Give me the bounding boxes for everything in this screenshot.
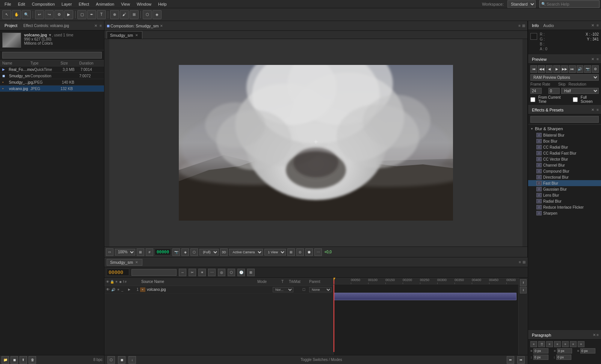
tool-redo[interactable]: ↪ — [45, 10, 54, 19]
tool-paint[interactable]: 🖌 — [120, 10, 129, 19]
comp-subtab-close[interactable]: ✕ — [134, 33, 139, 37]
tl-bottom-btn-3[interactable]: ↓ — [128, 356, 136, 364]
fx-item-channel[interactable]: f Channel Blur — [528, 162, 601, 168]
tl-btn-flow[interactable]: ↔ — [179, 269, 186, 276]
camera-select[interactable]: Active Camera — [229, 249, 263, 256]
panel-menu-btn[interactable]: ≡ — [100, 24, 102, 28]
view-count-select[interactable]: 1 View — [264, 249, 286, 256]
transport-play[interactable]: ▶ — [553, 65, 560, 73]
fx-item-cc-radial-fast[interactable]: f CC Radial Fast Blur — [528, 150, 601, 156]
tl-btn-solo[interactable]: ☀ — [198, 269, 206, 276]
tool-rect[interactable]: ▢ — [77, 10, 86, 19]
col-type-header[interactable]: Type — [30, 61, 60, 65]
fx-item-compound[interactable]: f Compound Blur — [528, 168, 601, 174]
menu-edit[interactable]: Edit — [15, 1, 28, 7]
tl-search-input[interactable] — [131, 269, 177, 276]
col-size-header[interactable]: Size — [60, 61, 79, 65]
color-depth-label[interactable]: 8 bpc — [94, 358, 103, 362]
tl-btn-paint[interactable]: ◎ — [218, 269, 225, 276]
para-indent-input-2[interactable] — [557, 348, 572, 353]
tl-timecode-display[interactable]: 00000 — [107, 269, 129, 276]
col-duration-header[interactable]: Duration — [79, 61, 102, 65]
layout-btn[interactable]: ⊞ — [287, 248, 295, 256]
track-name-1[interactable]: volcano.jpg — [147, 287, 271, 292]
fx-item-sharpen[interactable]: f Sharpen — [528, 210, 601, 216]
project-search-input[interactable] — [2, 52, 102, 59]
menu-layer[interactable]: Layer — [59, 1, 75, 7]
tool-anchor[interactable]: ⊕ — [110, 10, 119, 19]
tab-project[interactable]: Project — [2, 23, 20, 29]
transport-snapshot[interactable]: 📷 — [584, 65, 591, 73]
tl-btn-motion[interactable]: ⋯ — [208, 269, 216, 276]
para-align-center[interactable]: ☰ — [538, 341, 545, 347]
render-btn[interactable]: ⬟ — [305, 248, 313, 256]
preview-panel-menu[interactable]: ≡ — [596, 57, 599, 61]
toggle-switches-label[interactable]: Toggle Switches / Modes — [300, 358, 342, 362]
timeline-tab-close[interactable]: ✕ — [134, 260, 139, 264]
track-trkmat-check[interactable]: ☐ — [302, 288, 308, 292]
menu-composition[interactable]: Composition — [29, 1, 58, 7]
tool-puppet[interactable]: ◈ — [153, 10, 162, 19]
full-screen-label[interactable]: Full Screen — [581, 95, 599, 104]
grid-btn[interactable]: # — [146, 248, 153, 256]
track-lock-btn[interactable]: _ — [121, 288, 127, 292]
track-solo-btn[interactable]: ☀ — [117, 288, 120, 292]
comp-left-scrollbar[interactable] — [104, 39, 110, 247]
track-parent-select[interactable]: None — [309, 287, 332, 292]
track-audio-icon[interactable]: 🔊 — [111, 288, 115, 292]
transport-first[interactable]: ⏮ — [530, 65, 537, 73]
fx-item-cc-vector[interactable]: f CC Vector Blur — [528, 156, 601, 162]
fx-item-cc-radial[interactable]: f CC Radial Blur — [528, 144, 601, 150]
menu-animation[interactable]: Animation — [93, 1, 117, 7]
fx-item-gaussian[interactable]: f Gaussian Blur — [528, 186, 601, 192]
tool-select[interactable]: ↖ — [2, 10, 11, 19]
menu-file[interactable]: File — [2, 1, 14, 7]
tool-text[interactable]: T — [97, 10, 106, 19]
menu-view[interactable]: View — [118, 1, 133, 7]
tool-roto[interactable]: ⬡ — [143, 10, 152, 19]
tool-clone[interactable]: ⊞ — [130, 10, 139, 19]
tl-side-btn-2[interactable]: ⬇ — [520, 287, 527, 293]
3d-btn[interactable]: 3D — [220, 248, 228, 256]
delete-btn[interactable]: 🗑 — [29, 356, 36, 364]
timecode-display[interactable]: 00000 — [155, 249, 171, 255]
fx-item-reduce[interactable]: f Reduce Interlace Flicker — [528, 204, 601, 210]
track-expand-btn[interactable]: ▶ — [128, 288, 130, 291]
file-item-movie[interactable]: ▶ Real_Fo....mov QuickTime 3,0 MB 7:0014 — [0, 66, 104, 73]
transport-last[interactable]: ⏭ — [569, 65, 575, 73]
resolution-select[interactable]: Half Full Quarter — [561, 88, 599, 94]
view-mode-select[interactable]: (Full) — [199, 249, 219, 256]
workspace-select[interactable]: Standard — [507, 0, 536, 8]
new-comp-btn[interactable]: ◼ — [11, 356, 18, 364]
fx-item-lens[interactable]: f Lens Blur — [528, 192, 601, 198]
flow-btn[interactable]: ⋯ — [314, 248, 322, 256]
effects-search-input[interactable] — [530, 116, 599, 123]
transport-forward[interactable]: ▶▶ — [561, 65, 568, 73]
paragraph-tab[interactable]: Paragraph — [530, 332, 553, 338]
menu-effect[interactable]: Effect — [76, 1, 92, 7]
track-mode-select[interactable]: Nor... Normal — [273, 287, 293, 292]
col-name-header[interactable]: Name — [2, 61, 30, 65]
tool-zoom[interactable]: 🔍 — [22, 10, 31, 19]
timeline-menu[interactable]: ≡ — [519, 260, 521, 264]
file-item-volcano[interactable]: ▪ volcano.jpg JPEG 132 KB — [0, 86, 104, 92]
tool-pen[interactable]: ✒ — [87, 10, 96, 19]
from-current-check[interactable] — [530, 97, 535, 102]
exposure-btn[interactable]: ⊙ — [296, 248, 304, 256]
timeline-tab-main[interactable]: Smudgy_sm ✕ — [107, 259, 142, 266]
fx-category-blur[interactable]: ▼ Blur & Sharpen — [528, 125, 601, 132]
tl-side-btn-1[interactable]: ⬆ — [520, 279, 527, 286]
effects-panel-menu[interactable]: ≡ — [596, 108, 599, 112]
transport-audio[interactable]: 🔊 — [577, 65, 583, 73]
show-channel-btn[interactable]: ◈ — [181, 248, 189, 256]
transport-prev-frame[interactable]: ◀◀ — [538, 65, 545, 73]
fx-item-directional[interactable]: f Directional Blur — [528, 174, 601, 180]
transport-settings[interactable]: ⚙ — [592, 65, 599, 73]
tl-bottom-btn-zoom-out[interactable]: ⬅ — [507, 356, 514, 364]
para-align-right[interactable]: ≡ — [546, 341, 553, 347]
comp-panel-menu[interactable]: ≡ — [518, 24, 521, 28]
tl-btn-time[interactable]: 🕐 — [237, 269, 245, 276]
paragraph-panel-menu[interactable]: ≡ — [596, 333, 599, 337]
import-btn[interactable]: ⬆ — [20, 356, 27, 364]
skip-input[interactable] — [548, 88, 560, 94]
